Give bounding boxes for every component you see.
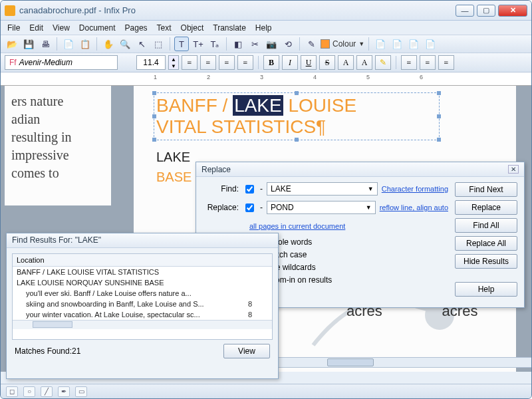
dialog-close-icon[interactable]: ✕ bbox=[508, 165, 519, 174]
highlight-button[interactable]: ✎ bbox=[375, 55, 391, 70]
pilcrow-icon: ¶ bbox=[316, 116, 326, 137]
status-shape-circle[interactable]: ○ bbox=[23, 386, 35, 397]
text-tool-icon[interactable]: T bbox=[174, 37, 189, 51]
menu-view[interactable]: View bbox=[53, 23, 70, 33]
result-row[interactable]: you'll ever ski. Banff / Lake Louise off… bbox=[13, 288, 272, 299]
superscript-button[interactable]: A bbox=[338, 55, 354, 70]
match-case-checkbox[interactable]: Match case bbox=[249, 248, 448, 261]
minimize-button[interactable]: — bbox=[456, 5, 474, 17]
hand-icon[interactable]: ✋ bbox=[101, 37, 116, 51]
main-toolbar: 📂 💾 🖶 📄 📋 ✋ 🔍 ↖ ⬚ T T+ Tₐ ◧ ✂ 📷 ⟲ ✎ Colo… bbox=[1, 35, 531, 53]
rotate-icon[interactable]: ⟲ bbox=[281, 37, 295, 51]
ruler: 1 2 3 4 5 6 bbox=[1, 72, 531, 86]
menu-pages[interactable]: Pages bbox=[125, 23, 148, 33]
status-shape-rect[interactable]: ▭ bbox=[75, 386, 87, 397]
colour-picker[interactable]: Colour▼ bbox=[321, 39, 364, 49]
reflow-link[interactable]: reflow line, align auto bbox=[380, 203, 448, 211]
spacing1-button[interactable]: ≡ bbox=[401, 55, 417, 70]
eyedropper-icon[interactable]: ✎ bbox=[304, 37, 319, 51]
scrollbar-thumb[interactable] bbox=[327, 358, 374, 366]
align-justify-button[interactable]: ≡ bbox=[237, 55, 253, 70]
status-shape-square[interactable]: ◻ bbox=[6, 386, 18, 397]
result-row[interactable]: your winter vacation. At Lake Louise, sp… bbox=[13, 309, 272, 320]
open-icon[interactable]: 📂 bbox=[5, 37, 19, 51]
paste-icon[interactable]: 📋 bbox=[78, 37, 92, 51]
result-row[interactable]: LAKE LOUISE NORQUAY SUNSHINE BASE bbox=[13, 277, 272, 288]
matches-found-label: Matches Found:21 bbox=[15, 346, 80, 356]
spacing2-button[interactable]: ≡ bbox=[420, 55, 436, 70]
app-icon bbox=[5, 5, 15, 16]
menu-help[interactable]: Help bbox=[255, 23, 272, 33]
wildcards-checkbox[interactable]: Use wildcards bbox=[249, 261, 448, 273]
find-input[interactable]: LAKE▼ bbox=[267, 182, 378, 196]
menu-edit[interactable]: Edit bbox=[29, 23, 43, 33]
replace-dialog-title: Replace ✕ bbox=[196, 162, 524, 177]
find-label: Find: bbox=[203, 184, 239, 194]
save-icon[interactable]: 💾 bbox=[21, 37, 36, 51]
clip-icon[interactable]: ✂ bbox=[247, 37, 262, 51]
find-enabled-checkbox[interactable] bbox=[245, 185, 254, 194]
select-icon[interactable]: ⬚ bbox=[151, 37, 166, 51]
colour-swatch bbox=[321, 39, 330, 49]
align-center-button[interactable]: ≡ bbox=[200, 55, 216, 70]
subhead-lake: LAKE bbox=[156, 150, 190, 165]
char-formatting-link[interactable]: Character formatting bbox=[382, 185, 448, 193]
page-add-icon[interactable]: 📄 bbox=[373, 37, 388, 51]
text-link-icon[interactable]: Tₐ bbox=[207, 37, 222, 51]
results-h-scrollbar[interactable] bbox=[13, 320, 272, 329]
page-extract-icon[interactable]: 📄 bbox=[406, 37, 421, 51]
replace-input[interactable]: POND▼ bbox=[267, 201, 376, 214]
menu-translate[interactable]: Translate bbox=[213, 23, 246, 33]
find-all-button[interactable]: Find All bbox=[455, 218, 517, 233]
strike-button[interactable]: S bbox=[319, 55, 335, 70]
text-plus-icon[interactable]: T+ bbox=[191, 37, 205, 51]
menu-file[interactable]: File bbox=[7, 23, 20, 33]
page-delete-icon[interactable]: 📄 bbox=[423, 37, 438, 51]
pointer-icon[interactable]: ↖ bbox=[134, 37, 149, 51]
replace-button[interactable]: Replace bbox=[455, 200, 517, 215]
statusbar: ◻ ○ ╱ ✒ ▭ bbox=[1, 384, 531, 398]
replace-all-button[interactable]: Replace All bbox=[455, 236, 517, 251]
maximize-button[interactable]: ▢ bbox=[477, 5, 495, 17]
align-right-button[interactable]: ≡ bbox=[219, 55, 235, 70]
page-insert-icon[interactable]: 📄 bbox=[390, 37, 404, 51]
view-button[interactable]: View bbox=[223, 344, 270, 358]
font-size-spinner[interactable]: ▲▼ bbox=[168, 55, 179, 70]
font-selector[interactable]: FfAvenir-Medium bbox=[5, 55, 118, 70]
headline-text[interactable]: BANFF / LAKE LOUISE VITAL STATISTICS¶ bbox=[156, 95, 356, 138]
page-fragment-left: ers nature adian resulting in impressive… bbox=[5, 86, 111, 205]
bold-button[interactable]: B bbox=[263, 55, 279, 70]
font-size-input[interactable]: 11.4 bbox=[136, 55, 166, 70]
camera-icon[interactable]: 📷 bbox=[264, 37, 279, 51]
find-next-button[interactable]: Find Next bbox=[455, 182, 517, 197]
zoom-icon[interactable]: 🔍 bbox=[118, 37, 132, 51]
result-row[interactable]: skiing and snowboarding in Banff, Lake L… bbox=[13, 299, 272, 309]
print-icon[interactable]: 🖶 bbox=[38, 37, 53, 51]
subscript-button[interactable]: A bbox=[356, 55, 372, 70]
menubar: File Edit View Document Pages Text Objec… bbox=[1, 21, 531, 35]
close-button[interactable]: ✕ bbox=[498, 5, 527, 17]
results-title: Find Results For: "LAKE" bbox=[7, 233, 278, 248]
menu-object[interactable]: Object bbox=[181, 23, 204, 33]
whole-words-checkbox[interactable]: Whole words bbox=[249, 235, 448, 248]
hide-results-button[interactable]: Hide Results bbox=[455, 254, 517, 269]
help-button[interactable]: Help bbox=[455, 282, 517, 297]
scope-link[interactable]: all pages in current document bbox=[249, 222, 345, 230]
copy-icon[interactable]: 📄 bbox=[61, 37, 76, 51]
zoom-results-checkbox[interactable]: Zoom-in on results bbox=[249, 273, 448, 286]
align-left-button[interactable]: ≡ bbox=[182, 55, 198, 70]
result-row[interactable]: BANFF / LAKE LOUISE VITAL STATISTICS bbox=[13, 267, 272, 277]
status-shape-line[interactable]: ╱ bbox=[41, 386, 53, 397]
results-list[interactable]: Location BANFF / LAKE LOUISE VITAL STATI… bbox=[12, 253, 273, 340]
italic-button[interactable]: I bbox=[282, 55, 298, 70]
underline-button[interactable]: U bbox=[301, 55, 317, 70]
find-results-panel: Find Results For: "LAKE" Location BANFF … bbox=[6, 233, 279, 379]
window-title: canadabrochure.pdf - Infix Pro bbox=[19, 5, 456, 15]
menu-document[interactable]: Document bbox=[79, 23, 116, 33]
replace-enabled-checkbox[interactable] bbox=[245, 203, 254, 212]
menu-text[interactable]: Text bbox=[157, 23, 172, 33]
app-window: canadabrochure.pdf - Infix Pro — ▢ ✕ Fil… bbox=[0, 0, 532, 399]
status-pen-icon[interactable]: ✒ bbox=[58, 386, 70, 397]
crop-icon[interactable]: ◧ bbox=[231, 37, 245, 51]
spacing3-button[interactable]: ≡ bbox=[438, 55, 454, 70]
